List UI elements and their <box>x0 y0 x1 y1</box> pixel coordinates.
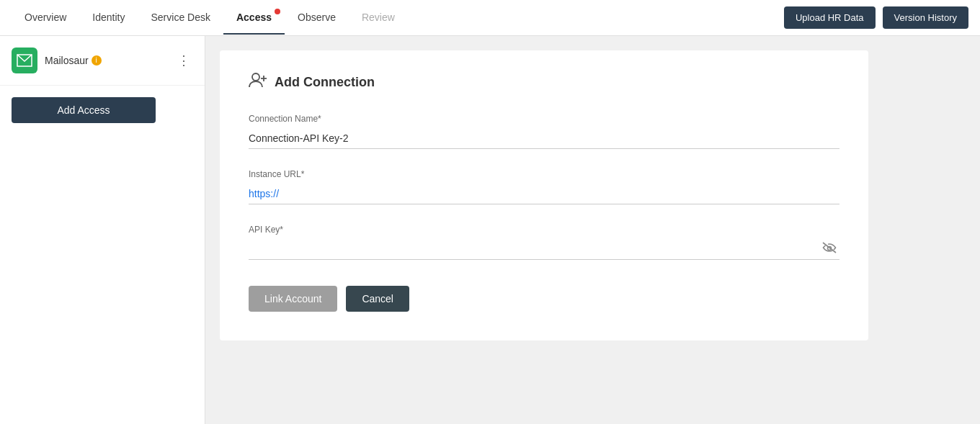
tab-service-desk[interactable]: Service Desk <box>138 1 223 35</box>
cancel-button[interactable]: Cancel <box>346 286 409 312</box>
add-connection-form-card: Add Connection Connection Name* Instance… <box>220 50 868 340</box>
instance-url-input[interactable] <box>249 184 839 204</box>
tab-review: Review <box>349 1 408 35</box>
access-badge <box>275 9 280 14</box>
main-layout: Mailosaur i ⋮ Add Access Add Conn <box>0 36 980 424</box>
api-key-input[interactable] <box>249 239 839 260</box>
api-key-group: API Key* <box>249 225 839 260</box>
instance-url-label: Instance URL* <box>249 169 839 179</box>
toggle-api-key-visibility-button[interactable] <box>819 242 839 257</box>
api-key-label: API Key* <box>249 225 839 235</box>
tab-access[interactable]: Access <box>223 1 285 35</box>
connection-name-input[interactable] <box>249 128 839 149</box>
connection-name-label: Connection Name* <box>249 114 839 124</box>
connection-name-group: Connection Name* <box>249 114 839 149</box>
sidebar-header: Mailosaur i ⋮ <box>0 36 205 86</box>
upload-hr-data-button[interactable]: Upload HR Data <box>784 6 876 29</box>
app-name: Mailosaur <box>45 55 89 66</box>
link-account-button[interactable]: Link Account <box>249 286 337 312</box>
nav-tabs: Overview Identity Service Desk Access Ob… <box>12 1 784 35</box>
app-logo <box>12 48 37 73</box>
sidebar-content: Add Access <box>0 86 205 135</box>
version-history-button[interactable]: Version History <box>883 6 968 29</box>
add-access-button[interactable]: Add Access <box>12 97 156 123</box>
form-title: Add Connection <box>249 72 839 92</box>
sidebar: Mailosaur i ⋮ Add Access <box>0 36 205 424</box>
info-badge: i <box>92 55 102 66</box>
content-area: Add Connection Connection Name* Instance… <box>205 36 980 424</box>
tab-overview[interactable]: Overview <box>12 1 79 35</box>
form-actions: Link Account Cancel <box>249 286 839 312</box>
api-key-input-wrapper <box>249 239 839 260</box>
tab-identity[interactable]: Identity <box>79 1 138 35</box>
sidebar-menu-button[interactable]: ⋮ <box>174 50 193 71</box>
nav-actions: Upload HR Data Version History <box>784 6 968 29</box>
svg-point-0 <box>252 73 259 81</box>
add-connection-icon <box>249 72 267 92</box>
top-navigation: Overview Identity Service Desk Access Ob… <box>0 0 980 36</box>
instance-url-group: Instance URL* <box>249 169 839 204</box>
tab-observe[interactable]: Observe <box>285 1 349 35</box>
